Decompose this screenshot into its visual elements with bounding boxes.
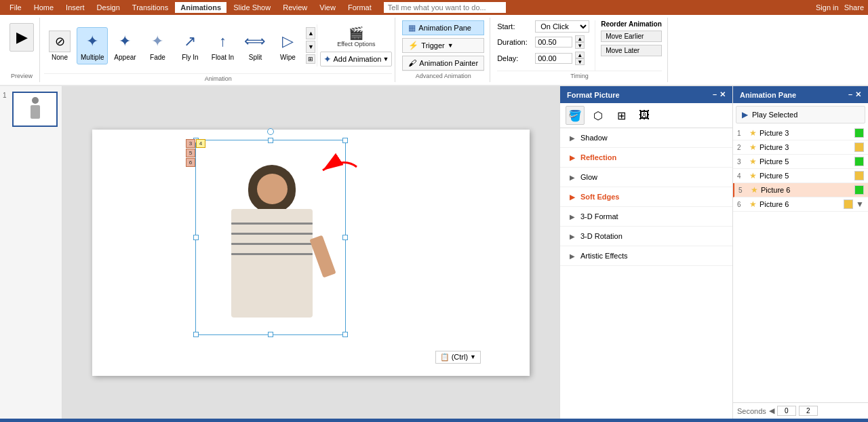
rotate-handle[interactable]	[267, 128, 274, 135]
anim-item-3[interactable]: 3 ★ Picture 5	[733, 155, 868, 169]
wipe-animation[interactable]: ▷ Wipe	[272, 28, 303, 64]
floatin-animation[interactable]: ↑ Float In	[207, 28, 238, 64]
animation-pane-button[interactable]: ▦ Animation Pane	[402, 20, 484, 35]
anim-num-2: 2	[737, 144, 747, 151]
view-menu[interactable]: View	[314, 2, 341, 13]
format-tab-fill[interactable]: 🪣	[566, 106, 585, 125]
format-menu[interactable]: Format	[342, 2, 377, 13]
preview-button[interactable]: ▶	[9, 23, 34, 52]
artistic-effects-item[interactable]: ▶ Artistic Effects	[560, 246, 732, 266]
anim-item-1[interactable]: 1 ★ Picture 3	[733, 126, 868, 140]
format-tab-shape[interactable]: ⬡	[589, 106, 608, 125]
home-menu[interactable]: Home	[28, 2, 59, 13]
anim-pane-close[interactable]: ✕	[855, 90, 861, 99]
slide-thumbnail[interactable]	[12, 92, 58, 127]
scroll-left[interactable]: ◀	[769, 406, 774, 415]
anim-item-4[interactable]: 4 ★ Picture 5	[733, 169, 868, 183]
delay-up[interactable]: ▲	[575, 52, 585, 58]
slide-thumbnail-container[interactable]: 1	[4, 92, 58, 127]
anim-num-5: 5	[738, 187, 748, 194]
timing-group: Start: On Click Duration: ▲ ▼ Delay:	[492, 18, 668, 82]
anim-badge-group: 3 4 5 6	[186, 139, 205, 167]
3d-format-item[interactable]: ▶ 3-D Format	[560, 207, 732, 227]
slide-canvas[interactable]: 3 4 5 6 📋 (Ctrl) ▼	[92, 130, 530, 376]
format-minimize-button[interactable]: –	[713, 90, 717, 99]
slide-panel: 1	[0, 86, 62, 419]
handle-tm[interactable]	[268, 138, 273, 143]
duration-down[interactable]: ▼	[575, 42, 585, 49]
trigger-button[interactable]: ⚡ Trigger ▼	[402, 38, 484, 53]
share-button[interactable]: Share	[844, 3, 864, 12]
format-tab-layout[interactable]: ⊞	[612, 106, 631, 125]
animations-menu[interactable]: Animations	[175, 2, 226, 13]
none-animation[interactable]: ⊘ None	[44, 28, 75, 64]
delay-label: Delay:	[497, 54, 532, 62]
review-menu[interactable]: Review	[277, 2, 313, 13]
anim-dropdown-6[interactable]: ▼	[856, 199, 864, 209]
anim-scroll-down[interactable]: ▼	[306, 41, 315, 53]
anim-color-3	[854, 157, 864, 166]
file-menu[interactable]: File	[4, 2, 27, 13]
duration-input[interactable]	[535, 37, 572, 47]
slideshow-menu[interactable]: Slide Show	[228, 2, 276, 13]
anim-name-4: Picture 5	[760, 172, 852, 180]
canvas-area: 3 4 5 6 📋 (Ctrl) ▼	[62, 86, 559, 419]
reflection-item[interactable]: ▶ Reflection	[560, 148, 732, 168]
multiple-animation[interactable]: ✦ Multiple	[77, 27, 108, 64]
start-dropdown[interactable]: On Click	[535, 20, 589, 33]
move-earlier-button[interactable]: Move Earlier	[601, 31, 662, 42]
format-tab-picture[interactable]: 🖼	[635, 106, 654, 125]
format-picture-tabs: 🪣 ⬡ ⊞ 🖼	[560, 103, 732, 128]
insert-menu[interactable]: Insert	[60, 2, 90, 13]
duration-up[interactable]: ▲	[575, 35, 585, 42]
anim-pane-minimize[interactable]: –	[848, 90, 852, 99]
anim-scroll-more[interactable]: ⊞	[306, 54, 315, 64]
shadow-arrow: ▶	[570, 134, 575, 142]
add-animation-button[interactable]: ✦ Add Animation ▼	[320, 52, 392, 66]
design-menu[interactable]: Design	[92, 2, 125, 13]
anim-color-5	[854, 185, 864, 195]
ctrl-popup[interactable]: 📋 (Ctrl) ▼	[435, 351, 481, 364]
glow-item[interactable]: ▶ Glow	[560, 168, 732, 187]
anim-star-1: ★	[749, 128, 757, 138]
anim-color-4	[854, 171, 864, 180]
anim-item-2[interactable]: 2 ★ Picture 3	[733, 140, 868, 155]
footer-val1[interactable]	[777, 406, 796, 416]
play-selected-button[interactable]: ▶ Play Selected	[736, 106, 865, 123]
anim-scroll-up[interactable]: ▲	[306, 27, 315, 39]
3d-rotation-item[interactable]: ▶ 3-D Rotation	[560, 227, 732, 246]
shadow-item[interactable]: ▶ Shadow	[560, 128, 732, 148]
anim-star-2: ★	[749, 142, 757, 152]
glow-arrow: ▶	[570, 174, 575, 181]
delay-down[interactable]: ▼	[575, 58, 585, 65]
format-picture-panel: Format Picture – ✕ 🪣 ⬡ ⊞ 🖼 ▶ Shadow ▶ Re…	[559, 86, 732, 419]
soft-edges-item[interactable]: ▶ Soft Edges	[560, 187, 732, 207]
split-animation[interactable]: ⟺ Split	[239, 28, 271, 64]
3d-format-arrow: ▶	[570, 213, 575, 220]
search-input[interactable]	[384, 2, 506, 13]
reflection-arrow: ▶	[570, 154, 575, 161]
anim-item-6[interactable]: 6 ★ Picture 6 ▼	[733, 197, 868, 212]
animation-painter-button[interactable]: 🖌 Animation Painter	[402, 56, 484, 71]
anim-name-5: Picture 6	[761, 186, 852, 194]
delay-input[interactable]	[535, 53, 572, 64]
effect-options-button[interactable]: 🎬 Effect Options	[320, 24, 392, 49]
anim-badge-4: 4	[196, 139, 205, 148]
artistic-effects-arrow: ▶	[570, 252, 575, 260]
transitions-menu[interactable]: Transitions	[127, 2, 174, 13]
anim-color-6	[844, 199, 853, 209]
appear-animation[interactable]: ✦ Appear	[109, 28, 140, 64]
anim-star-6: ★	[749, 199, 757, 209]
handle-tr[interactable]	[342, 138, 348, 143]
anim-item-5[interactable]: 5 ★ Picture 6	[733, 183, 868, 197]
anim-num-4: 4	[737, 172, 747, 180]
format-close-button[interactable]: ✕	[719, 90, 726, 99]
move-later-button[interactable]: Move Later	[601, 45, 662, 56]
footer-val2[interactable]	[799, 406, 818, 416]
status-bar: Slide 1 of 1 Notes Comments 70% ⊟—⊞ ⊡	[0, 419, 868, 422]
flyin-animation[interactable]: ↗ Fly In	[174, 28, 205, 64]
anim-badge-5: 5	[186, 149, 195, 157]
fade-animation[interactable]: ✦ Fade	[142, 28, 173, 64]
animation-group: ⊘ None ✦ Multiple ✦ Appear ✦ Fade ↗ Fly …	[41, 18, 395, 82]
signin-button[interactable]: Sign in	[816, 3, 839, 12]
